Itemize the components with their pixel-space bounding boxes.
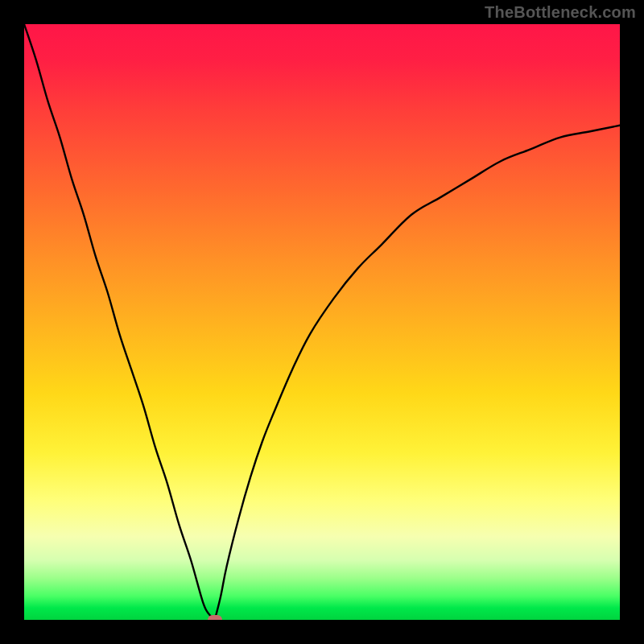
minimum-marker (208, 615, 222, 620)
plot-area (24, 24, 620, 620)
bottleneck-curve (24, 24, 620, 620)
watermark-text: TheBottleneck.com (485, 3, 636, 22)
chart-frame: TheBottleneck.com (0, 0, 644, 644)
